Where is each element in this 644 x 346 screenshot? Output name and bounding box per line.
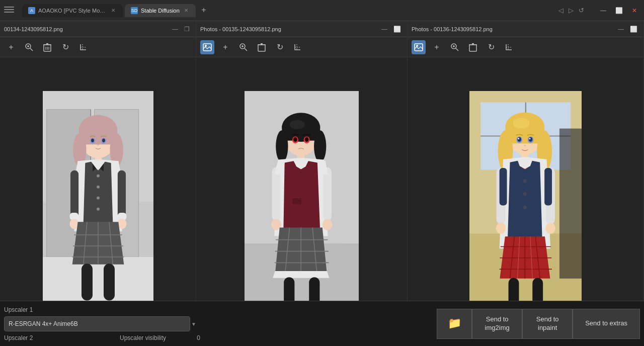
svg-rect-36 [117,170,125,218]
svg-point-69 [314,130,326,162]
panel2-title: Photos - 00135-1243095812.png [200,26,377,32]
photo-panel-1: 00134-1243095812.png — ❐ + [0,21,196,346]
svg-rect-107 [559,129,582,279]
svg-point-117 [528,137,532,142]
svg-point-24 [93,123,104,136]
close-button[interactable]: ✕ [629,6,640,15]
minimize-button[interactable]: — [597,6,609,15]
panel1-add-btn[interactable]: + [4,40,18,54]
nav-forward[interactable]: ▷ [569,7,574,14]
svg-point-50 [205,45,207,47]
action-buttons: 📁 Send to img2img Send to inpaint Send t… [437,309,640,339]
svg-point-30 [97,175,100,178]
svg-point-119 [529,138,530,139]
panel1-rotate-btn[interactable]: ↻ [58,40,72,54]
send-extras-btn[interactable]: Send to extras [573,309,640,339]
panel3-maximize[interactable]: ⬜ [628,25,639,33]
svg-point-73 [293,137,297,142]
svg-rect-47 [82,264,93,300]
svg-rect-76 [292,198,302,205]
sidebar-toggle[interactable] [4,7,14,15]
zoom-icon-2 [239,43,248,52]
panel3-image [469,91,582,312]
panel2-rotate-btn[interactable]: ↻ [273,40,287,54]
svg-point-118 [518,138,519,139]
svg-rect-48 [104,264,115,300]
panel1-crop-btn[interactable] [76,40,91,54]
upscaler1-select[interactable]: R-ESRGAN 4x+ Anime6B [4,316,190,331]
panel3-crop-btn[interactable] [502,40,516,54]
panel1-zoom-btn[interactable] [22,40,36,54]
tab-stable-diffusion[interactable]: SD Stable Diffusion ✕ [125,4,196,17]
nav-refresh[interactable]: ↺ [579,7,584,14]
panel2-crop-btn[interactable] [291,40,305,54]
delete-icon [43,43,51,52]
svg-point-70 [289,120,304,129]
tab2-close[interactable]: ✕ [183,7,190,14]
upscaler-section: Upscaler 1 R-ESRGAN 4x+ Anime6B Upscaler… [4,302,200,345]
panel2-maximize[interactable]: ⬜ [391,25,403,33]
tab2-label: Stable Diffusion [141,8,180,14]
bottom-bar: Upscaler 1 R-ESRGAN 4x+ Anime6B Upscaler… [0,301,644,346]
tab1-close[interactable]: ✕ [110,7,117,14]
folder-icon: 📁 [448,316,461,331]
svg-rect-55 [258,45,265,51]
tab1-label: AOAOKO [PVC Style Model] - P... [38,8,107,14]
svg-point-27 [91,139,94,142]
panel2-minimize[interactable]: — [379,25,389,33]
panel3-titlebar: Photos - 00136-1243095812.png — ⬜ [408,21,643,37]
panel3-add-btn[interactable]: + [430,40,444,54]
panel3-image-btn[interactable] [412,40,426,54]
svg-point-121 [523,179,526,183]
panel2-image-btn[interactable] [200,40,214,54]
svg-rect-127 [544,168,552,206]
svg-point-81 [322,219,332,230]
panel2-add-btn[interactable]: + [218,40,232,54]
new-tab-button[interactable]: + [198,4,210,16]
folder-icon-btn[interactable]: 📁 [437,309,472,339]
browser-chrome: A AOAOKO [PVC Style Model] - P... ✕ SD S… [0,0,644,21]
crop-icon [79,43,88,52]
svg-point-122 [523,192,526,196]
upscaler2-visibility-value: 0 [170,334,200,341]
panel2-delete-btn[interactable] [255,40,269,54]
panel1-delete-btn[interactable] [40,40,54,54]
svg-point-128 [496,223,506,234]
panel2-image [245,91,359,312]
panel3-zoom-btn[interactable] [448,40,462,54]
panel1-title: 00134-1243095812.png [4,26,168,32]
image-icon [203,43,212,51]
svg-point-74 [305,137,309,142]
svg-line-93 [456,48,458,51]
image-icon-3 [414,43,423,51]
svg-point-91 [416,45,418,47]
tab-aoaoko[interactable]: A AOAOKO [PVC Style Model] - P... ✕ [22,4,123,17]
panel1-minimize[interactable]: — [170,25,180,33]
panel3-minimize[interactable]: — [616,25,626,33]
svg-point-129 [545,223,555,234]
tabs-container: A AOAOKO [PVC Style Model] - P... ✕ SD S… [22,4,556,17]
panel3-delete-btn[interactable] [466,40,480,54]
panel2-zoom-btn[interactable] [236,40,251,54]
panel1-titlebar: 00134-1243095812.png — ❐ [0,21,196,37]
window-controls: ◁ ▷ ↺ — ⬜ ✕ [558,6,640,15]
send-img2img-label: Send to img2img [485,315,510,332]
panel3-rotate-btn[interactable]: ↻ [484,40,498,54]
panel1-restore[interactable]: ❐ [182,25,192,33]
upscaler2-visibility-label: Upscaler visibility [120,334,166,341]
maximize-button[interactable]: ⬜ [612,6,626,15]
send-img2img-btn[interactable]: Send to img2img [472,309,522,339]
svg-point-33 [97,208,100,211]
svg-point-28 [102,139,105,142]
browser-controls [4,7,16,15]
send-extras-label: Send to extras [585,319,627,328]
crop-icon-2 [293,43,302,52]
svg-point-68 [276,130,288,162]
svg-rect-126 [499,168,507,206]
send-inpaint-label: Send to inpaint [536,315,559,332]
panel1-image [43,91,153,312]
nav-back[interactable]: ◁ [558,7,564,14]
svg-line-52 [245,48,247,51]
photo-panel-3: Photos - 00136-1243095812.png — ⬜ + [408,21,644,346]
send-inpaint-btn[interactable]: Send to inpaint [522,309,573,339]
